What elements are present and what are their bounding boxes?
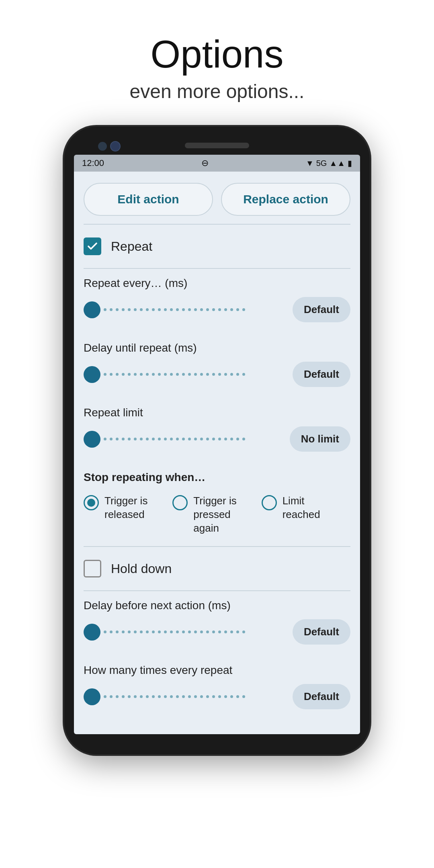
slider-dot [182,695,185,698]
slider-dot [122,438,125,440]
slider-dot [242,373,245,376]
slider-dot [212,438,215,440]
slider-dot [224,438,227,440]
how-many-times-track[interactable] [84,688,286,705]
repeat-every-section: Repeat every… (ms) Default [74,269,360,334]
repeat-limit-slider-row: No limit [84,426,350,452]
how-many-times-value[interactable]: Default [293,684,350,709]
wifi-icon: ▼ [306,159,314,168]
slider-dot [104,438,106,440]
slider-dot [152,438,155,440]
slider-dot [146,631,149,633]
page-title: Options [130,32,305,76]
slider-dot [110,373,113,376]
slider-dot [164,438,167,440]
phone-notch [74,139,360,155]
delay-before-next-dots [100,631,286,633]
slider-dot [122,373,125,376]
repeat-every-thumb[interactable] [84,301,100,318]
slider-dot [146,373,149,376]
slider-dot [164,631,167,633]
slider-dot [176,373,179,376]
repeat-limit-value[interactable]: No limit [290,426,350,452]
how-many-times-slider-row: Default [84,684,350,709]
slider-dot [206,695,209,698]
slider-dot [242,695,245,698]
radio-trigger-pressed-circle[interactable] [172,495,188,510]
slider-dot [230,695,233,698]
slider-dot [188,308,191,311]
slider-dot [128,631,131,633]
slider-dot [170,695,173,698]
slider-dot [134,631,137,633]
slider-dot [206,308,209,311]
camera-left [98,142,107,151]
slider-dot [116,438,119,440]
hold-down-label: Hold down [111,561,172,576]
slider-dot [236,695,239,698]
slider-dot [134,438,137,440]
how-many-times-section: How many times every repeat Default [74,656,360,721]
repeat-limit-track[interactable] [84,431,283,448]
slider-dot [242,438,245,440]
slider-dot [158,631,161,633]
repeat-checkbox[interactable] [84,237,101,255]
slider-dot [224,631,227,633]
how-many-times-dots [100,695,286,698]
slider-dot [206,631,209,633]
slider-dot [104,373,106,376]
slider-dot [122,308,125,311]
phone-screen: Edit action Replace action Repeat Repeat… [74,172,360,734]
slider-dot [182,631,185,633]
hold-down-checkbox-row[interactable]: Hold down [74,547,360,590]
slider-dot [152,695,155,698]
hold-down-checkbox[interactable] [84,560,101,577]
slider-dot [212,308,215,311]
delay-until-repeat-value[interactable]: Default [293,362,350,387]
radio-trigger-released-circle[interactable] [84,495,99,510]
radio-limit-reached-circle[interactable] [262,495,277,510]
slider-dot [236,438,239,440]
radio-trigger-pressed[interactable]: Trigger is pressedagain [172,494,261,535]
delay-until-repeat-track[interactable] [84,366,286,383]
slider-dot [206,438,209,440]
slider-dot [116,631,119,633]
delay-before-next-value[interactable]: Default [293,619,350,645]
repeat-every-track[interactable] [84,301,286,318]
slider-dot [224,373,227,376]
delay-before-next-thumb[interactable] [84,624,100,641]
slider-dot [158,695,161,698]
slider-dot [206,373,209,376]
slider-dot [230,373,233,376]
how-many-times-thumb[interactable] [84,688,100,705]
slider-dot [200,308,203,311]
radio-limit-reached[interactable]: Limitreached [262,494,350,522]
slider-dot [104,695,106,698]
slider-dot [176,631,179,633]
radio-trigger-released[interactable]: Trigger isreleased [84,494,172,522]
slider-dot [122,631,125,633]
slider-dot [242,631,245,633]
repeat-limit-thumb[interactable] [84,431,100,448]
slider-dot [116,695,119,698]
repeat-checkbox-row[interactable]: Repeat [74,225,360,268]
repeat-every-value[interactable]: Default [293,297,350,322]
delay-until-repeat-thumb[interactable] [84,366,100,383]
slider-dot [140,695,143,698]
slider-dot [176,695,179,698]
replace-action-button[interactable]: Replace action [221,183,350,216]
repeat-label: Repeat [111,239,152,254]
page-subtitle: even more options... [130,80,305,102]
how-many-times-label: How many times every repeat [84,664,350,677]
slider-dot [218,308,221,311]
repeat-every-dots [100,308,286,311]
slider-dot [224,695,227,698]
edit-action-button[interactable]: Edit action [84,183,213,216]
slider-dot [110,308,113,311]
slider-dot [218,695,221,698]
slider-dot [218,438,221,440]
phone-frame: 12:00 ⊖ ▼ 5G ▲▲ ▮ Edit action Replace ac… [64,127,370,754]
status-time: 12:00 [82,158,104,168]
slider-dot [236,373,239,376]
delay-before-next-track[interactable] [84,624,286,641]
